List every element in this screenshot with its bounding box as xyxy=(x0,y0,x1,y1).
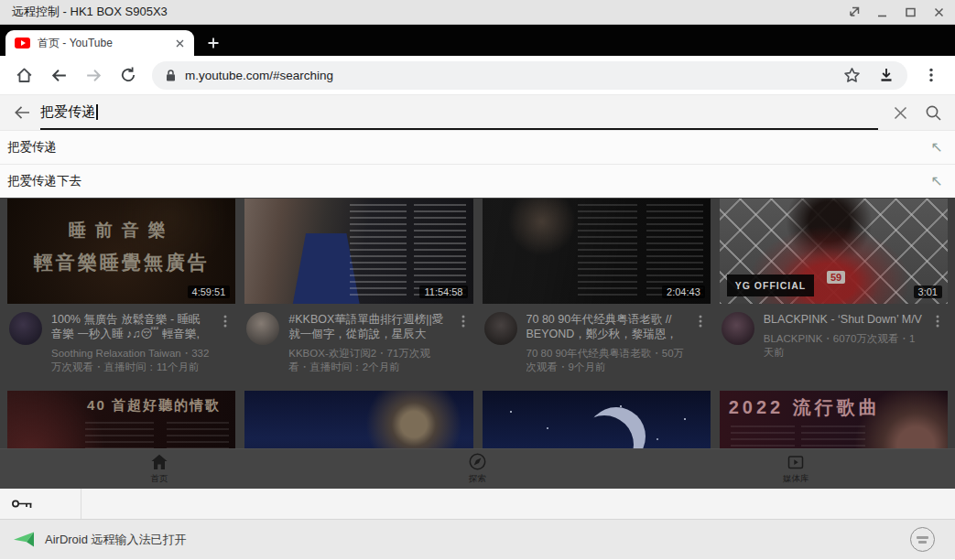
nav-label: 探索 xyxy=(469,473,486,485)
download-icon[interactable] xyxy=(878,67,895,83)
airdroid-logo-icon xyxy=(13,531,35,548)
suggestion-row[interactable]: 把爱传递下去 ↖ xyxy=(0,164,955,198)
video-byline: KKBOX-欢迎订阅2・71万次观看・直播时间：2个月前 xyxy=(288,347,447,374)
thumbnail-text: 2022 流行歌曲 xyxy=(729,395,879,420)
search-icon[interactable] xyxy=(924,103,943,123)
toolbar-divider xyxy=(81,489,81,519)
bookmark-star-icon[interactable] xyxy=(843,67,861,84)
search-suggestions: 把爱传递 ↖ 把爱传递下去 ↖ xyxy=(0,130,955,198)
video-byline: BLACKPINK・6070万次观看・1天前 xyxy=(764,332,922,360)
airdroid-status-bar: AirDroid 远程输入法已打开 xyxy=(0,520,955,559)
clear-search-icon[interactable] xyxy=(892,104,909,122)
nav-item-home[interactable]: 首页 xyxy=(118,454,201,485)
nav-item-explore[interactable]: 探索 xyxy=(436,453,518,485)
duration-badge: 2:04:43 xyxy=(662,285,705,298)
suggestion-text[interactable]: 把爱传递 xyxy=(7,139,931,156)
browser-toolbar: m.youtube.com/#searching xyxy=(0,56,955,95)
duration-badge: 3:01 xyxy=(914,285,942,298)
video-grid-row-1: 睡前音樂 輕音樂睡覺無廣告 4:59:51 100% 無廣告 放鬆音樂 - 睡眠… xyxy=(0,198,955,381)
suggestion-row[interactable]: 把爱传递 ↖ xyxy=(0,130,955,164)
video-menu-icon[interactable] xyxy=(457,312,472,374)
text-caret xyxy=(96,104,98,120)
search-input[interactable]: 把爱传递 xyxy=(40,95,878,130)
new-tab-button[interactable] xyxy=(200,30,227,56)
video-card[interactable]: 睡前音樂 輕音樂睡覺無廣告 4:59:51 100% 無廣告 放鬆音樂 - 睡眠… xyxy=(7,198,235,381)
search-actions xyxy=(892,103,943,123)
omnibox-actions xyxy=(843,67,895,84)
video-card[interactable]: 11:54:58 #KKBOX華語單曲排行週榜||愛就一個字，從前說，星辰大海，… xyxy=(244,198,472,381)
search-back-icon[interactable] xyxy=(12,102,32,123)
browser-menu-icon[interactable] xyxy=(917,60,946,90)
close-icon[interactable] xyxy=(931,5,946,19)
home-icon[interactable] xyxy=(9,60,38,90)
tab-title: 首页 - YouTube xyxy=(38,36,168,51)
nav-label: 媒体库 xyxy=(783,473,809,485)
remote-input-toolbar xyxy=(0,489,955,520)
video-card[interactable]: 2:04:43 70 80 90年代经典粤语老歌 // BEYOND，鄭少秋，黎… xyxy=(483,198,711,381)
reload-icon[interactable] xyxy=(114,60,143,90)
channel-avatar[interactable] xyxy=(9,312,42,345)
video-title[interactable]: 70 80 90年代经典粤语老歌 // BEYOND，鄭少秋，黎瑞恩，陳… xyxy=(526,312,685,341)
maximize-icon[interactable] xyxy=(903,5,917,19)
video-byline: 70 80 90年代经典粤语老歌・50万次观看・9个月前 xyxy=(526,347,685,374)
stars-art xyxy=(510,411,512,413)
window-titlebar: 远程控制 - HK1 BOX S905X3 xyxy=(0,0,955,25)
video-thumbnail[interactable]: 11:54:58 xyxy=(244,199,472,304)
minimize-icon[interactable] xyxy=(874,5,889,19)
tab-youtube-home[interactable]: 首页 - YouTube xyxy=(5,30,194,56)
channel-avatar[interactable] xyxy=(484,312,517,345)
nav-item-library[interactable]: 媒体库 xyxy=(754,454,837,485)
youtube-bottom-nav: 首页 探索 媒体库 xyxy=(0,448,955,489)
video-title[interactable]: BLACKPINK - ‘Shut Down’ M/V xyxy=(764,312,922,327)
window-controls xyxy=(846,5,946,19)
window-title: 远程控制 - HK1 BOX S905X3 xyxy=(12,4,846,20)
watermark-badge[interactable] xyxy=(910,527,935,552)
browser-tab-strip: 首页 - YouTube xyxy=(0,25,955,56)
key-icon[interactable] xyxy=(11,497,34,511)
video-thumbnail[interactable]: 睡前音樂 輕音樂睡覺無廣告 4:59:51 xyxy=(7,199,235,304)
status-message: AirDroid 远程输入法已打开 xyxy=(45,532,910,548)
thumbnail-text: 59 xyxy=(827,271,845,284)
video-menu-icon[interactable] xyxy=(219,312,233,374)
video-menu-icon[interactable] xyxy=(694,312,709,374)
video-card[interactable]: 59 YG OFFICIAL 3:01 BLACKPINK - ‘Shut Do… xyxy=(720,198,948,381)
tab-close-icon[interactable] xyxy=(175,38,185,48)
insert-suggestion-icon[interactable]: ↖ xyxy=(931,174,943,188)
youtube-favicon xyxy=(15,38,30,48)
video-title[interactable]: #KKBOX華語單曲排行週榜||愛就一個字，從前說，星辰大海，我… xyxy=(288,312,447,341)
duration-badge: 4:59:51 xyxy=(188,285,231,298)
forward-icon[interactable] xyxy=(79,60,108,90)
nav-label: 首页 xyxy=(150,473,168,485)
fit-to-window-icon[interactable] xyxy=(846,5,861,19)
thumbnail-text: 40 首超好聽的情歌 xyxy=(76,397,232,415)
insert-suggestion-icon[interactable]: ↖ xyxy=(931,140,943,155)
thumbnail-text: 睡前音樂 xyxy=(7,219,235,242)
duration-badge: 11:54:58 xyxy=(419,285,467,298)
url-text[interactable]: m.youtube.com/#searching xyxy=(185,69,843,82)
thumbnail-text: 輕音樂睡覺無廣告 xyxy=(7,250,235,275)
video-byline: Soothing Relaxation Taiwan・332万次观看・直播时间：… xyxy=(51,347,210,374)
channel-avatar[interactable] xyxy=(246,312,279,345)
youtube-search-bar: 把爱传递 xyxy=(0,95,955,130)
video-menu-icon[interactable] xyxy=(931,312,946,360)
video-title[interactable]: 100% 無廣告 放鬆音樂 - 睡眠音樂 一秒入睡 ♪♫😴 輕音樂,睡眠音… xyxy=(51,312,210,341)
video-thumbnail[interactable]: 59 YG OFFICIAL 3:01 xyxy=(720,199,948,304)
dimmed-page-content: 睡前音樂 輕音樂睡覺無廣告 4:59:51 100% 無廣告 放鬆音樂 - 睡眠… xyxy=(0,198,955,489)
search-query-text: 把爱传递 xyxy=(40,103,95,121)
address-bar[interactable]: m.youtube.com/#searching xyxy=(152,61,907,90)
lock-icon xyxy=(165,69,177,82)
back-icon[interactable] xyxy=(44,60,73,90)
yg-official-watermark: YG OFFICIAL xyxy=(727,275,815,296)
channel-avatar[interactable] xyxy=(722,312,754,345)
suggestion-text[interactable]: 把爱传递下去 xyxy=(7,173,931,189)
video-thumbnail[interactable]: 2:04:43 xyxy=(483,199,711,304)
